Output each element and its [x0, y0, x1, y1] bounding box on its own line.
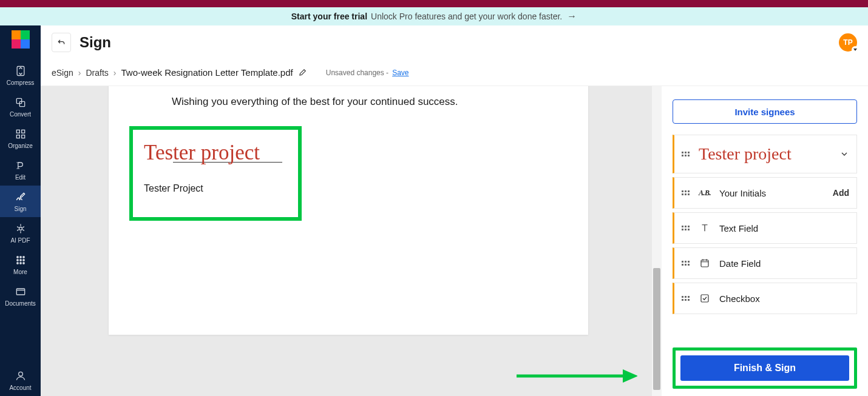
- svg-point-16: [22, 262, 24, 264]
- svg-point-14: [16, 262, 18, 264]
- undo-button[interactable]: [52, 33, 71, 52]
- grip-icon: [682, 261, 690, 266]
- avatar[interactable]: TP: [839, 33, 857, 52]
- svg-rect-22: [701, 295, 708, 302]
- svg-point-18: [18, 372, 22, 376]
- signature-preview: Tester project: [699, 144, 839, 164]
- sidebar-label: Sign: [14, 206, 26, 212]
- sidebar-label: AI PDF: [10, 237, 30, 244]
- sidebar-item-documents[interactable]: Documents: [0, 280, 41, 312]
- convert-icon: [15, 96, 27, 109]
- annotation-arrow-icon: [517, 367, 637, 385]
- sidebar-item-more[interactable]: More: [0, 249, 41, 280]
- breadcrumb-folder[interactable]: Drafts: [86, 68, 108, 78]
- finish-sign-button[interactable]: Finish & Sign: [680, 355, 849, 381]
- page-title: Sign: [80, 34, 111, 51]
- sidebar-item-account[interactable]: Account: [0, 364, 41, 396]
- svg-rect-2: [19, 101, 24, 106]
- sidebar-label: Convert: [10, 111, 31, 118]
- ai-pdf-icon: [15, 223, 27, 235]
- trial-banner-title: Start your free trial: [291, 12, 367, 21]
- field-label: Text Field: [719, 223, 849, 233]
- svg-rect-17: [16, 289, 24, 295]
- breadcrumb: eSign › Drafts › Two-week Resignation Le…: [41, 59, 868, 86]
- pencil-icon[interactable]: [298, 69, 307, 77]
- document-page[interactable]: Wishing you everything of the best for y…: [109, 86, 588, 335]
- add-initials-button[interactable]: Add: [833, 188, 849, 198]
- svg-rect-1: [16, 98, 21, 103]
- field-item-signature[interactable]: Tester project: [673, 135, 857, 173]
- svg-rect-6: [21, 135, 24, 138]
- svg-rect-3: [16, 130, 19, 133]
- svg-point-15: [19, 262, 21, 264]
- svg-rect-4: [21, 130, 24, 133]
- trial-banner[interactable]: Start your free trial Unlock Pro feature…: [0, 7, 868, 25]
- arrow-right-icon: →: [567, 11, 577, 22]
- svg-point-13: [22, 259, 24, 261]
- field-label: Your Initials: [719, 188, 833, 198]
- svg-point-7: [19, 227, 22, 230]
- sidebar-label: Documents: [5, 300, 36, 307]
- field-item-checkbox[interactable]: Checkbox: [673, 283, 857, 314]
- sidebar-item-edit[interactable]: Edit: [0, 154, 41, 186]
- compress-icon: [15, 65, 27, 77]
- field-item-date[interactable]: Date Field: [673, 247, 857, 279]
- more-grid-icon: [15, 254, 27, 266]
- breadcrumb-root[interactable]: eSign: [52, 68, 73, 78]
- checkbox-icon: [699, 292, 711, 304]
- svg-point-11: [16, 259, 18, 261]
- trial-banner-subtitle: Unlock Pro features and get your work do…: [371, 12, 562, 21]
- chevron-down-icon[interactable]: [839, 149, 849, 159]
- scrollbar-thumb[interactable]: [653, 268, 660, 390]
- svg-rect-21: [701, 260, 708, 267]
- calendar-icon: [699, 257, 711, 269]
- sidebar-item-sign[interactable]: Sign: [0, 186, 41, 217]
- app-logo[interactable]: [12, 30, 30, 49]
- chevron-down-icon: [852, 46, 859, 53]
- account-icon: [15, 370, 27, 382]
- sidebar-item-ai-pdf[interactable]: AI PDF: [0, 217, 41, 249]
- breadcrumb-document: Two-week Resignation Letter Template.pdf: [121, 67, 293, 78]
- sidebar-label: Compress: [7, 79, 35, 86]
- sidebar-item-compress[interactable]: Compress: [0, 59, 41, 91]
- svg-marker-20: [623, 369, 637, 383]
- svg-rect-5: [16, 135, 19, 138]
- field-label: Date Field: [719, 258, 849, 269]
- sidebar-label: Edit: [15, 174, 25, 181]
- header-bar: Sign TP: [41, 25, 868, 59]
- field-item-initials[interactable]: A.B. Your Initials Add: [673, 177, 857, 209]
- svg-point-9: [19, 256, 21, 258]
- top-accent-bar: [0, 0, 868, 7]
- breadcrumb-separator: ›: [78, 68, 81, 78]
- undo-icon: [56, 38, 66, 47]
- svg-point-10: [22, 256, 24, 258]
- sidebar-label: Account: [9, 384, 31, 391]
- signature-annotation-highlight[interactable]: Tester project Tester Project: [129, 126, 302, 221]
- right-panel: Invite signees Tester project A.B. Your …: [662, 86, 868, 396]
- avatar-initials: TP: [843, 38, 852, 47]
- sidebar-item-organize[interactable]: Organize: [0, 122, 41, 154]
- sidebar-item-convert[interactable]: Convert: [0, 91, 41, 122]
- sign-icon: [15, 191, 27, 203]
- document-body-text: Wishing you everything of the best for y…: [172, 96, 458, 108]
- grip-icon: [682, 152, 690, 156]
- invite-signees-button[interactable]: Invite signees: [673, 99, 857, 124]
- sidebar-label: More: [13, 269, 27, 275]
- save-link[interactable]: Save: [392, 69, 409, 77]
- initials-icon: A.B.: [699, 187, 711, 199]
- grip-icon: [682, 190, 690, 195]
- sidebar: Compress Convert Organize Edit Sign AI P…: [0, 25, 41, 396]
- field-label: Checkbox: [719, 294, 849, 304]
- document-canvas[interactable]: Wishing you everything of the best for y…: [41, 86, 652, 396]
- signature-name: Tester Project: [144, 183, 287, 194]
- field-item-text[interactable]: Text Field: [673, 212, 857, 244]
- svg-point-12: [19, 259, 21, 261]
- unsaved-changes-label: Unsaved changes -: [326, 69, 388, 77]
- vertical-scrollbar[interactable]: [652, 86, 662, 396]
- breadcrumb-separator: ›: [114, 68, 117, 78]
- finish-sign-highlight: Finish & Sign: [673, 347, 857, 389]
- finish-sign-label: Finish & Sign: [734, 363, 796, 374]
- grip-icon: [682, 296, 690, 301]
- sidebar-label: Organize: [8, 143, 33, 149]
- grip-icon: [682, 226, 690, 230]
